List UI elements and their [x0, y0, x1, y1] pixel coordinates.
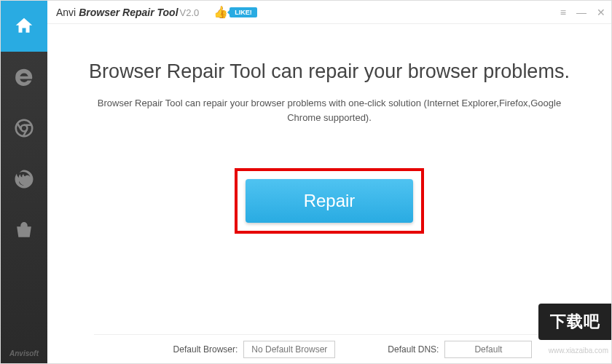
app-title-prefix: Anvi — [56, 7, 79, 18]
sidebar-brand: Anvisoft — [1, 349, 47, 357]
sidebar-item-firefox[interactable] — [1, 154, 47, 205]
default-dns-group: Default DNS: Default — [388, 341, 532, 358]
close-button[interactable]: ✕ — [597, 7, 605, 18]
sidebar-item-home[interactable] — [1, 1, 47, 52]
content: Browser Repair Tool can repair your brow… — [47, 24, 611, 234]
repair-highlight-box: Repair — [235, 168, 424, 234]
thumbs-up-icon: 👍 — [213, 5, 228, 19]
default-dns-label: Default DNS: — [388, 344, 439, 355]
overlay-badge: 下载吧 — [538, 304, 611, 340]
default-browser-value[interactable]: No Default Browser — [243, 341, 335, 358]
default-browser-label: Default Browser: — [173, 344, 238, 355]
titlebar: Anvi Browser Repair ToolV2.0 👍 LIKE! ≡ —… — [47, 1, 611, 24]
sidebar: Anvisoft — [1, 1, 47, 364]
sidebar-item-ie[interactable] — [1, 52, 47, 103]
like-label: LIKE! — [230, 7, 257, 17]
app-title-main: Browser Repair Tool — [79, 7, 178, 18]
menu-icon[interactable]: ≡ — [560, 7, 566, 18]
main-area: Anvi Browser Repair ToolV2.0 👍 LIKE! ≡ —… — [47, 1, 611, 363]
chrome-icon — [13, 117, 35, 139]
minimize-button[interactable]: — — [576, 7, 586, 18]
headline: Browser Repair Tool can repair your brow… — [69, 60, 589, 83]
firefox-icon — [13, 168, 35, 190]
sidebar-item-chrome[interactable] — [1, 103, 47, 154]
basket-icon — [13, 219, 35, 241]
default-browser-group: Default Browser: No Default Browser — [173, 341, 336, 358]
sidebar-item-store[interactable] — [1, 205, 47, 256]
like-button[interactable]: 👍 LIKE! — [213, 5, 257, 19]
subtext: Browser Repair Tool can repair your brow… — [96, 96, 562, 124]
watermark: www.xiazaiba.com — [549, 347, 608, 355]
window-controls: ≡ — ✕ — [560, 1, 605, 24]
default-dns-value[interactable]: Default — [444, 341, 532, 358]
ie-icon — [13, 66, 35, 88]
bottombar: Default Browser: No Default Browser Defa… — [94, 334, 611, 363]
home-icon — [13, 15, 35, 37]
app-title: Anvi Browser Repair ToolV2.0 — [56, 7, 199, 18]
app-version: V2.0 — [180, 7, 200, 18]
repair-button[interactable]: Repair — [246, 179, 413, 223]
